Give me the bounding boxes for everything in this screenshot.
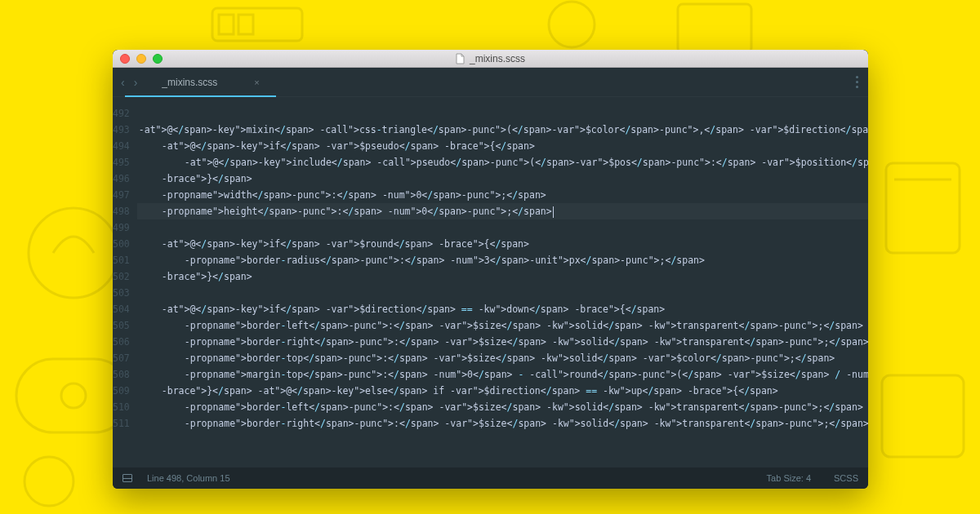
code-line[interactable]: [137, 285, 868, 301]
line-number: 505: [113, 317, 130, 334]
editor-window: _mixins.scss ‹ › _mixins.scss × 49249349…: [113, 50, 868, 489]
code-line[interactable]: -propname">margin-top</span>-punc">:</sp…: [137, 366, 868, 383]
line-number: 500: [113, 236, 130, 252]
status-syntax[interactable]: SCSS: [834, 473, 858, 483]
window-title: _mixins.scss: [113, 53, 868, 64]
more-menu-button[interactable]: [856, 76, 858, 88]
line-number: 511: [113, 415, 130, 432]
tab-active[interactable]: _mixins.scss ×: [154, 68, 267, 96]
tab-close-button[interactable]: ×: [254, 78, 259, 87]
line-number: 509: [113, 383, 130, 399]
code-line[interactable]: -at">@</span>-key">if</span> -var">$roun…: [137, 236, 868, 252]
code-line[interactable]: -brace">}</span>: [137, 171, 868, 187]
code-line[interactable]: -at">@</span>-key">if</span> -var">$dire…: [137, 301, 868, 317]
code-line[interactable]: [137, 219, 868, 236]
code-line[interactable]: -at">@</span>-key">mixin</span> -call">c…: [137, 122, 868, 138]
line-number: 504: [113, 301, 130, 317]
nav-arrows: ‹ ›: [121, 76, 137, 89]
line-number: 494: [113, 138, 130, 154]
svg-point-0: [29, 208, 118, 298]
nav-back-button[interactable]: ‹: [121, 76, 125, 89]
line-number: 499: [113, 219, 130, 236]
svg-rect-8: [886, 163, 960, 253]
code-line[interactable]: -brace">}</span> -at">@</span>-key">else…: [137, 383, 868, 399]
line-number: 492: [113, 105, 130, 122]
line-number: 508: [113, 366, 130, 383]
svg-rect-3: [212, 8, 302, 41]
line-number: 503: [113, 285, 130, 301]
tab-bar: ‹ › _mixins.scss ×: [113, 68, 868, 97]
svg-rect-7: [678, 4, 751, 53]
svg-rect-4: [219, 15, 234, 34]
code-line[interactable]: -propname">border-right</span>-punc">:</…: [137, 334, 868, 350]
code-line[interactable]: -propname">width</span>-punc">:</span> -…: [137, 187, 868, 203]
line-number: 495: [113, 154, 130, 171]
tab-label: _mixins.scss: [162, 77, 217, 88]
window-title-text: _mixins.scss: [470, 53, 525, 64]
code-line[interactable]: -propname">height</span>-punc">:</span> …: [137, 203, 868, 219]
line-number: 510: [113, 399, 130, 415]
line-number: 507: [113, 350, 130, 366]
code-line[interactable]: -at">@</span>-key">include</span> -call"…: [137, 154, 868, 171]
line-number: 506: [113, 334, 130, 350]
code-line[interactable]: -at">@</span>-key">if</span> -var">$pseu…: [137, 138, 868, 154]
line-number: 497: [113, 187, 130, 203]
status-tab-size[interactable]: Tab Size: 4: [767, 473, 811, 483]
code-line[interactable]: -propname">border-top</span>-punc">:</sp…: [137, 350, 868, 366]
svg-point-6: [549, 2, 595, 47]
line-number: 498: [113, 203, 130, 219]
nav-forward-button[interactable]: ›: [134, 76, 138, 89]
line-number: 502: [113, 268, 130, 285]
panel-toggle-icon[interactable]: [122, 474, 132, 482]
code-line[interactable]: -propname">border-right</span>-punc">:</…: [137, 415, 868, 432]
code-line[interactable]: -propname">border-radius</span>-punc">:<…: [137, 252, 868, 268]
file-icon: [456, 54, 466, 64]
code-line[interactable]: -propname">border-left</span>-punc">:</s…: [137, 399, 868, 415]
line-number-gutter[interactable]: 4924934944954964974984995005015025035045…: [113, 97, 137, 467]
status-bar: Line 498, Column 15 Tab Size: 4 SCSS: [113, 467, 868, 489]
svg-rect-10: [882, 375, 964, 457]
code-line[interactable]: -propname">border-left</span>-punc">:</s…: [137, 317, 868, 334]
code-area[interactable]: -at">@</span>-key">mixin</span> -call">c…: [137, 97, 868, 467]
line-number: 501: [113, 252, 130, 268]
line-number: 493: [113, 122, 130, 138]
code-line[interactable]: -brace">}</span>: [137, 268, 868, 285]
editor-body: 4924934944954964974984995005015025035045…: [113, 97, 868, 467]
svg-point-2: [61, 383, 86, 408]
line-number: 496: [113, 171, 130, 187]
svg-rect-11: [24, 457, 74, 506]
svg-rect-5: [238, 15, 253, 34]
code-line[interactable]: [137, 105, 868, 122]
title-bar[interactable]: _mixins.scss: [113, 50, 868, 68]
status-cursor-position[interactable]: Line 498, Column 15: [147, 473, 230, 483]
